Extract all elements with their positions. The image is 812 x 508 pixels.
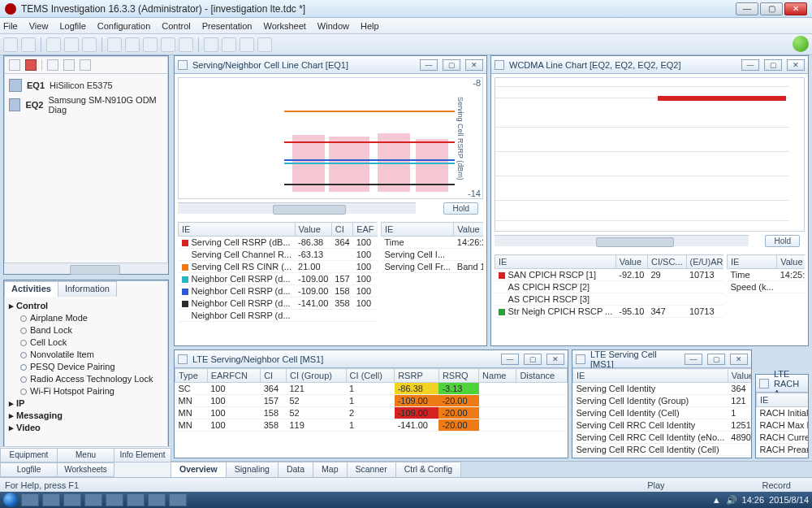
menu-logfile[interactable]: Logfile xyxy=(59,21,85,31)
start-button[interactable] xyxy=(3,493,18,507)
lte-rach-pane: LTE RACH A IERACH Initial TXRACH Max Pre… xyxy=(755,374,809,458)
toolbar-button[interactable] xyxy=(64,37,79,52)
tab-information[interactable]: Information xyxy=(58,281,117,297)
menu-view[interactable]: View xyxy=(29,21,49,31)
tab-equipment[interactable]: Equipment xyxy=(0,448,58,462)
tab-signaling[interactable]: Signaling xyxy=(226,462,279,477)
device-icon xyxy=(9,98,20,111)
toolbar-button[interactable] xyxy=(257,37,272,52)
tree-node[interactable]: Cell Lock xyxy=(9,336,163,349)
toolbar-button[interactable] xyxy=(46,37,61,52)
pane-maximize-button[interactable]: ▢ xyxy=(443,59,460,71)
tab-map[interactable]: Map xyxy=(313,462,347,477)
wcdma-right-grid[interactable]: IEValueTime14:25:13.8Speed (k... xyxy=(727,254,805,293)
pane-minimize-button[interactable]: — xyxy=(685,354,702,365)
taskbar-item[interactable] xyxy=(148,493,166,506)
scrollbar-x[interactable] xyxy=(4,263,168,274)
lte-serving-grid[interactable]: IEValueServing Cell Identity364Serving C… xyxy=(572,368,751,458)
menu-control[interactable]: Control xyxy=(162,21,190,31)
link-icon[interactable] xyxy=(63,59,75,71)
tree-section-control[interactable]: ▸ Control xyxy=(9,300,163,312)
lte-neighbor-grid[interactable]: TypeEARFCNCICI (Group)CI (Cell)RSRPRSRQN… xyxy=(175,368,568,432)
toolbar-button[interactable] xyxy=(82,37,97,52)
tree-node[interactable]: PESQ Device Pairing xyxy=(9,361,163,373)
disconnect-icon[interactable] xyxy=(9,59,20,71)
equipment-item[interactable]: EQ1 HiSilicon E5375 xyxy=(9,79,163,92)
toolbar-button[interactable] xyxy=(161,37,175,52)
toolbar-button[interactable] xyxy=(21,37,36,52)
toolbar-button[interactable] xyxy=(143,37,158,52)
toolbar-button[interactable] xyxy=(204,37,218,52)
tab-activities[interactable]: Activities xyxy=(4,281,58,297)
menu-file[interactable]: File xyxy=(3,21,18,31)
taskbar-item[interactable] xyxy=(63,493,81,506)
toolbar-button[interactable] xyxy=(240,37,254,52)
wcdma-chart xyxy=(495,77,805,232)
pane-minimize-button[interactable]: — xyxy=(501,354,519,365)
pane-maximize-button[interactable]: ▢ xyxy=(707,354,725,365)
pane-minimize-button[interactable]: — xyxy=(741,59,759,71)
taskbar-item[interactable] xyxy=(84,493,102,506)
tab-data[interactable]: Data xyxy=(278,462,313,477)
menu-presentation[interactable]: Presentation xyxy=(202,21,253,31)
toolbar-button[interactable] xyxy=(3,37,18,52)
tree-section-video[interactable]: ▸ Video xyxy=(9,422,163,434)
tab-scanner[interactable]: Scanner xyxy=(347,462,396,477)
tree-node[interactable]: Nonvolatile Item xyxy=(9,349,163,361)
tree-section-messaging[interactable]: ▸ Messaging xyxy=(9,410,163,422)
settings-icon[interactable] xyxy=(47,59,58,71)
status-play[interactable]: Play xyxy=(647,480,664,490)
chart-scrollbar[interactable] xyxy=(495,235,749,246)
hold-button[interactable]: Hold xyxy=(765,235,800,247)
minimize-button[interactable]: — xyxy=(736,2,758,15)
pane-close-button[interactable]: ✕ xyxy=(787,59,805,71)
hold-button[interactable]: Hold xyxy=(443,202,478,215)
tab-menu[interactable]: Menu xyxy=(57,448,114,462)
tab-overview[interactable]: Overview xyxy=(171,462,227,477)
menu-window[interactable]: Window xyxy=(317,21,349,31)
worksheet-tabs: Overview Signaling Data Map Scanner Ctrl… xyxy=(171,461,812,477)
taskbar-item[interactable] xyxy=(106,493,123,506)
serving-right-grid[interactable]: IEValueTime14:26:2Serving Cell I...Servi… xyxy=(381,222,483,273)
tab-ctrl-config[interactable]: Ctrl & Config xyxy=(395,462,462,477)
tree-node[interactable]: Wi-Fi Hotspot Pairing xyxy=(9,385,163,397)
status-record[interactable]: Record xyxy=(762,480,791,490)
toolbar-button[interactable] xyxy=(107,37,122,52)
wcdma-left-grid[interactable]: IEValueCI/SC...(E/U)ARSAN CPICH RSCP [1]… xyxy=(495,254,723,318)
tree-section-ip[interactable]: ▸ IP xyxy=(9,397,163,410)
info-icon[interactable] xyxy=(80,59,91,71)
taskbar-item[interactable] xyxy=(169,493,187,506)
pane-maximize-button[interactable]: ▢ xyxy=(764,59,782,71)
tree-node[interactable]: Radio Access Technology Lock xyxy=(9,373,163,385)
tree-node[interactable]: Band Lock xyxy=(9,324,163,336)
chart-scrollbar[interactable] xyxy=(178,202,416,214)
close-button[interactable]: ✕ xyxy=(784,2,807,15)
lte-rach-grid[interactable]: IERACH Initial TXRACH Max PreamRACH Curr… xyxy=(756,393,808,456)
system-tray[interactable]: ▲🔊 14:26 2015/8/14 xyxy=(712,495,809,506)
tab-logfile[interactable]: Logfile xyxy=(0,462,58,477)
tray-date: 2015/8/14 xyxy=(769,495,809,505)
toolbar-button[interactable] xyxy=(179,37,193,52)
pane-minimize-button[interactable]: — xyxy=(420,59,438,71)
taskbar-item[interactable] xyxy=(127,493,145,506)
tab-info-element[interactable]: Info Element xyxy=(114,448,171,462)
pane-close-button[interactable]: ✕ xyxy=(546,354,564,365)
toolbar-button[interactable] xyxy=(222,37,236,52)
menu-help[interactable]: Help xyxy=(361,21,379,31)
toolbar-button[interactable] xyxy=(125,37,140,52)
menu-worksheet[interactable]: Worksheet xyxy=(263,21,305,31)
taskbar-item[interactable] xyxy=(21,493,39,506)
pane-close-button[interactable]: ✕ xyxy=(730,354,748,365)
pane-close-button[interactable]: ✕ xyxy=(465,59,483,71)
serving-left-grid[interactable]: IEValueCIEAFServing Cell RSRP (dB...-86.… xyxy=(178,222,378,322)
taskbar-item[interactable] xyxy=(42,493,60,506)
mdi-area: EQ1 HiSilicon E5375 EQ2 Samsung SM-N910G… xyxy=(0,55,812,477)
tree-node[interactable]: Airplane Mode xyxy=(9,312,163,324)
maximize-button[interactable]: ▢ xyxy=(760,2,783,15)
tab-worksheets[interactable]: Worksheets xyxy=(57,462,114,477)
pane-maximize-button[interactable]: ▢ xyxy=(524,354,542,365)
menu-configuration[interactable]: Configuration xyxy=(97,21,150,31)
equipment-item[interactable]: EQ2 Samsung SM-N910G ODM Diag xyxy=(9,95,163,115)
remove-icon[interactable] xyxy=(25,59,37,71)
pane-icon xyxy=(178,60,188,70)
